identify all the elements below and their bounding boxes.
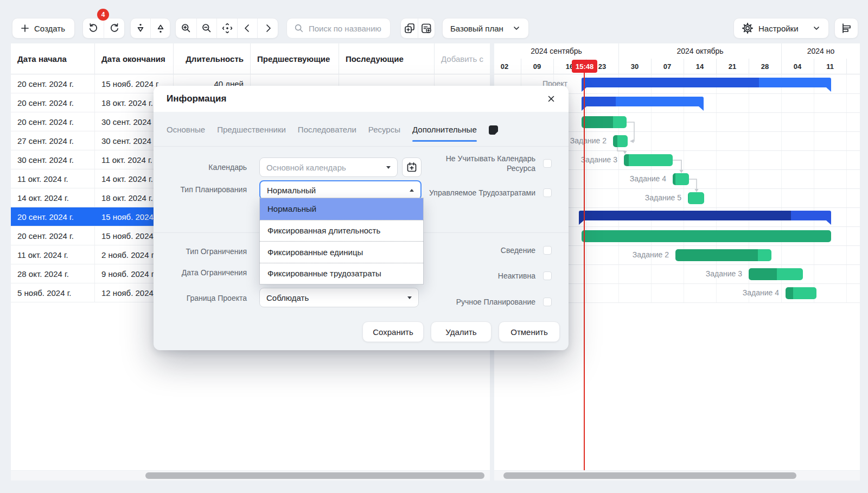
caret-down-icon xyxy=(407,296,412,299)
zoom-fit-button[interactable] xyxy=(216,18,237,38)
baseline-dropdown-button[interactable]: Базовый план xyxy=(442,18,529,39)
gantt-scrollbar-thumb[interactable] xyxy=(503,472,796,479)
column-header-0[interactable]: Дата начала xyxy=(11,43,95,74)
timeline-tick: 30 xyxy=(624,59,646,74)
current-time-badge: 15:48 xyxy=(572,60,597,73)
gear-icon xyxy=(742,22,754,34)
task-bar[interactable] xyxy=(675,249,771,261)
column-header-1[interactable]: Дата окончания xyxy=(95,43,174,74)
settings-dropdown-button[interactable]: Настройки xyxy=(733,18,829,39)
checkbox-row-ignore-resource-calendar[interactable]: Не Учитывать Календарь Ресурса xyxy=(416,154,552,173)
project-border-combo[interactable]: Соблюдать xyxy=(259,288,419,307)
table-cell: 20 сент. 2024 г. xyxy=(11,93,95,112)
scheduling-type-combo[interactable]: Нормальный xyxy=(259,180,422,200)
dropdown-option[interactable]: Фиксированные трудозатраты xyxy=(260,263,423,285)
table-cell: 20 сент. 2024 г. xyxy=(11,112,95,131)
tick-separator xyxy=(651,59,652,74)
manually-scheduled-checkbox[interactable] xyxy=(543,298,552,306)
column-header-label: Дата начала xyxy=(11,54,73,64)
task-label: Задание 4 xyxy=(630,174,666,183)
table-cell: 28 окт. 2024 г. xyxy=(11,264,95,283)
checkbox-row-manually-scheduled[interactable]: Ручное Планирование xyxy=(456,297,552,307)
project-bar[interactable] xyxy=(579,211,831,225)
save-button[interactable]: Сохранить xyxy=(362,321,424,342)
task-bar[interactable] xyxy=(749,268,803,280)
checkbox-row-effort-driven[interactable]: Управляемое Трудозатратами xyxy=(429,188,552,198)
rollup-checkbox[interactable] xyxy=(543,246,552,255)
calendar-combo[interactable]: Основной календарь xyxy=(259,157,398,177)
delete-button[interactable]: Удалить xyxy=(431,321,492,342)
cell-text: 20 сент. 2024 г. xyxy=(11,98,80,108)
column-header-label: Добавить с xyxy=(435,54,490,64)
dialog-tabs: ОсновныеПредшественникиПоследователиРесу… xyxy=(167,125,498,142)
task-bar[interactable] xyxy=(673,173,689,185)
grid-scrollbar-thumb[interactable] xyxy=(145,472,484,479)
settings-dropdown-label: Настройки xyxy=(758,24,799,33)
cancel-button[interactable]: Отменить xyxy=(499,321,560,342)
cell-text: 2 нояб. 2024 г. xyxy=(95,250,162,260)
column-header-3[interactable]: Предшествующие xyxy=(251,43,339,74)
task-bar[interactable] xyxy=(688,192,704,204)
checkbox-row-inactive[interactable]: Неактивна xyxy=(498,271,552,281)
create-button[interactable]: Создать xyxy=(12,18,75,39)
close-button[interactable] xyxy=(545,92,558,105)
layout-toggle-button[interactable] xyxy=(834,18,858,39)
checkbox-label: Не Учитывать Календарь Ресурса xyxy=(416,154,535,173)
inactive-checkbox[interactable] xyxy=(543,271,552,280)
table-cell: 11 окт. 2024 г. xyxy=(11,245,95,264)
redo-button[interactable] xyxy=(104,18,124,38)
column-header-2[interactable]: Длительность xyxy=(174,43,251,74)
undo-button[interactable] xyxy=(83,18,104,38)
checkbox-row-rollup[interactable]: Сведение xyxy=(501,245,552,255)
chevron-left-icon xyxy=(241,22,253,34)
collapse-all-button[interactable] xyxy=(131,18,150,38)
tab-3[interactable]: Ресурсы xyxy=(368,125,400,142)
project-bar[interactable] xyxy=(582,97,704,111)
cell-text: 20 сент. 2024 г. xyxy=(11,212,80,222)
shift-next-button[interactable] xyxy=(257,18,278,38)
tab-2[interactable]: Последователи xyxy=(298,125,356,142)
column-header-5[interactable]: Добавить с xyxy=(435,43,490,74)
checkbox-label: Управляемое Трудозатратами xyxy=(429,188,535,198)
timeline-month: 2024 сентябрь xyxy=(494,43,618,59)
column-header-4[interactable]: Последующие xyxy=(339,43,435,74)
notes-icon[interactable] xyxy=(489,125,498,135)
task-label: Задание 5 xyxy=(645,193,681,202)
tick-separator xyxy=(749,59,749,74)
shift-prev-button[interactable] xyxy=(237,18,258,38)
constraint-date-field-label: Дата Ограничения xyxy=(160,268,247,277)
task-bar[interactable] xyxy=(582,230,831,242)
zoom-in-button[interactable] xyxy=(176,18,196,38)
dropdown-option[interactable]: Фиксированные единицы xyxy=(260,241,423,263)
task-bar[interactable] xyxy=(613,135,628,147)
zoom-out-icon xyxy=(201,22,213,34)
constraint-type-field-label: Тип Ограничения xyxy=(160,247,247,256)
effort-driven-checkbox[interactable] xyxy=(543,188,552,197)
copy-task-button[interactable] xyxy=(401,18,418,38)
baseline-plus-icon xyxy=(420,22,432,34)
project-bar[interactable] xyxy=(582,78,831,92)
caret-up-icon xyxy=(410,189,414,192)
table-cell: 11 окт. 2024 г. xyxy=(11,169,95,188)
task-bar[interactable] xyxy=(786,287,816,299)
zoom-out-button[interactable] xyxy=(196,18,217,38)
timeline-tick: 21 xyxy=(722,59,743,74)
search-input[interactable] xyxy=(309,24,385,33)
extra-tools-group xyxy=(400,18,435,39)
dropdown-option[interactable]: Нормальный xyxy=(260,198,423,220)
task-bar[interactable] xyxy=(582,116,627,128)
ignore-resource-calendar-checkbox[interactable] xyxy=(543,159,552,168)
timeline-tick: 04 xyxy=(787,59,808,74)
expand-collapse-group xyxy=(130,18,170,39)
task-bar[interactable] xyxy=(624,154,673,166)
tab-4[interactable]: Дополнительные xyxy=(412,125,477,142)
expand-all-button[interactable] xyxy=(150,18,170,38)
tab-1[interactable]: Предшественники xyxy=(217,125,286,142)
cell-text: 20 сент. 2024 г. xyxy=(11,79,80,89)
cell-text: 14 окт. 2024 г. xyxy=(95,174,159,184)
add-baseline-button[interactable] xyxy=(418,18,435,38)
project-border-value: Соблюдать xyxy=(266,293,309,302)
tab-0[interactable]: Основные xyxy=(167,125,205,142)
dropdown-option[interactable]: Фиксированная длительность xyxy=(260,220,423,242)
cell-text: 11 окт. 2024 г. xyxy=(95,155,159,165)
